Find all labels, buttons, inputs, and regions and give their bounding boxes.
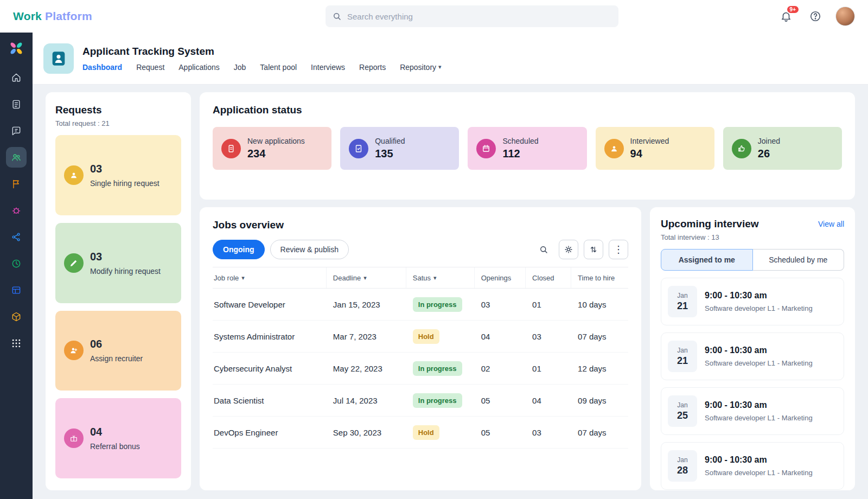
job-time-to-hire: 07 days [571, 332, 628, 341]
job-role: Software Developer [213, 300, 327, 309]
tab-talent-pool[interactable]: Talent pool [260, 63, 297, 72]
tab-assigned-to-me[interactable]: Assigned to me [661, 249, 753, 271]
view-all-link[interactable]: View all [818, 220, 844, 228]
notifications-button[interactable]: 9+ [777, 7, 795, 25]
job-role: Cybersecurity Analyst [213, 364, 327, 373]
interview-detail: Software developer L1 - Marketing [705, 469, 813, 477]
package-icon [11, 311, 22, 322]
table-row[interactable]: Systems Administrator Mar 7, 2023 Hold 0… [213, 321, 628, 353]
request-card-assign-recruiter[interactable]: 06 Assign recruiter [55, 311, 181, 391]
interview-time: 9:00 - 10:30 am [705, 291, 813, 300]
stat-new-applications[interactable]: New applications 234 [213, 127, 331, 170]
job-deadline: Jul 14, 2023 [327, 396, 406, 405]
table-row[interactable]: Data Scientist Jul 14, 2023 In progress … [213, 385, 628, 417]
question-icon [809, 10, 821, 22]
sidebar-item-apps[interactable] [6, 333, 27, 354]
brand-logo[interactable]: Work Platform [13, 10, 92, 23]
sidebar-item-sheets[interactable] [6, 280, 27, 300]
job-openings: 02 [475, 364, 526, 373]
help-button[interactable] [806, 7, 825, 25]
interview-date: Jan 28 [668, 450, 697, 482]
gift-icon [64, 428, 84, 448]
sidebar [0, 33, 33, 499]
column-openings[interactable]: Openings [475, 267, 526, 288]
tab-scheduled-by-me[interactable]: Scheduled by me [753, 249, 845, 271]
stat-value: 94 [630, 148, 669, 160]
app-header: Applicant Tracking System Dashboard Requ… [33, 33, 868, 85]
tab-request[interactable]: Request [136, 63, 164, 72]
sidebar-item-tasks[interactable] [6, 94, 27, 114]
tab-repository[interactable]: Repository▾ [400, 63, 441, 72]
column-job-role[interactable]: Job role▾ [213, 267, 327, 288]
status-badge: Hold [413, 329, 439, 344]
global-search[interactable] [326, 5, 618, 27]
page-title: Applicant Tracking System [82, 46, 442, 57]
sidebar-item-messages[interactable] [6, 120, 27, 141]
table-more-button[interactable]: ⋮ [609, 240, 628, 259]
request-count: 06 [90, 338, 143, 350]
table-sort-button[interactable] [584, 240, 603, 259]
notification-badge: 9+ [786, 5, 800, 14]
request-label: Modify hiring request [90, 267, 161, 276]
tab-interviews[interactable]: Interviews [311, 63, 345, 72]
tab-reports[interactable]: Reports [359, 63, 386, 72]
interview-time: 9:00 - 10:30 am [705, 346, 813, 355]
gear-icon [564, 245, 573, 254]
job-openings: 05 [475, 428, 526, 437]
column-closed[interactable]: Closed [526, 267, 571, 288]
stat-label: New applications [247, 137, 305, 145]
kebab-icon: ⋮ [614, 245, 623, 254]
filter-ongoing-button[interactable]: Ongoing [213, 240, 265, 259]
sidebar-item-integrations[interactable] [6, 227, 27, 247]
job-openings: 04 [475, 332, 526, 341]
list-item[interactable]: Jan 21 9:00 - 10:30 am Software develope… [661, 332, 844, 380]
workspace-logo-icon[interactable] [8, 40, 24, 56]
sidebar-item-history[interactable] [6, 253, 27, 274]
applicant-badge-icon [49, 49, 68, 68]
sort-chevron-icon: ▾ [363, 274, 367, 282]
tab-applications[interactable]: Applications [178, 63, 220, 72]
list-item[interactable]: Jan 28 9:00 - 10:30 am Software develope… [661, 442, 844, 490]
status-badge: Hold [413, 425, 439, 440]
tab-dashboard[interactable]: Dashboard [82, 63, 122, 72]
request-card-referral-bonus[interactable]: 04 Referral bonus [55, 398, 181, 478]
table-row[interactable]: Cybersecurity Analyst May 22, 2023 In pr… [213, 353, 628, 385]
user-avatar[interactable] [835, 7, 855, 26]
request-label: Referral bonus [90, 442, 140, 451]
chevron-down-icon: ▾ [438, 63, 442, 71]
job-deadline: Sep 30, 2023 [327, 428, 406, 437]
stat-interviewed[interactable]: Interviewed 94 [596, 127, 714, 170]
table-row[interactable]: Software Developer Jan 15, 2023 In progr… [213, 289, 628, 321]
sidebar-item-ats[interactable] [6, 147, 27, 168]
sidebar-item-home[interactable] [6, 67, 27, 88]
stat-value: 135 [375, 148, 405, 160]
list-item[interactable]: Jan 25 9:00 - 10:30 am Software develope… [661, 387, 844, 435]
tab-job[interactable]: Job [234, 63, 246, 72]
jobs-table-header: Job role▾ Deadline▾ Satus▾ Openings Clos… [213, 267, 628, 289]
table-settings-button[interactable] [559, 240, 578, 259]
home-icon [11, 72, 22, 83]
table-row[interactable]: DevOps Engineer Sep 30, 2023 Hold 05 03 … [213, 417, 628, 449]
sidebar-item-products[interactable] [6, 306, 27, 327]
job-closed: 01 [526, 364, 571, 373]
request-card-modify-hiring[interactable]: 03 Modify hiring request [55, 223, 181, 303]
request-card-single-hiring[interactable]: 03 Single hiring request [55, 135, 181, 215]
list-item[interactable]: Jan 21 9:00 - 10:30 am Software develope… [661, 278, 844, 325]
sidebar-item-bugs[interactable] [6, 200, 27, 221]
column-deadline[interactable]: Deadline▾ [327, 267, 406, 288]
bug-icon [11, 205, 22, 216]
column-status[interactable]: Satus▾ [406, 267, 475, 288]
filter-review-publish-button[interactable]: Review & publish [270, 240, 349, 259]
table-search-button[interactable] [534, 240, 553, 259]
jobs-overview-title: Jobs overview [213, 219, 628, 231]
stat-qualified[interactable]: Qualified 135 [340, 127, 459, 170]
stat-label: Interviewed [630, 137, 669, 145]
status-badge: In progress [413, 393, 462, 408]
stat-scheduled[interactable]: Scheduled 112 [468, 127, 586, 170]
column-time-to-hire[interactable]: Time to hire [571, 267, 628, 288]
search-input[interactable] [347, 12, 612, 21]
app-icon [43, 43, 74, 74]
sidebar-item-flags[interactable] [6, 174, 27, 194]
stat-joined[interactable]: Joined 26 [723, 127, 842, 170]
application-status-title: Application status [213, 104, 842, 116]
